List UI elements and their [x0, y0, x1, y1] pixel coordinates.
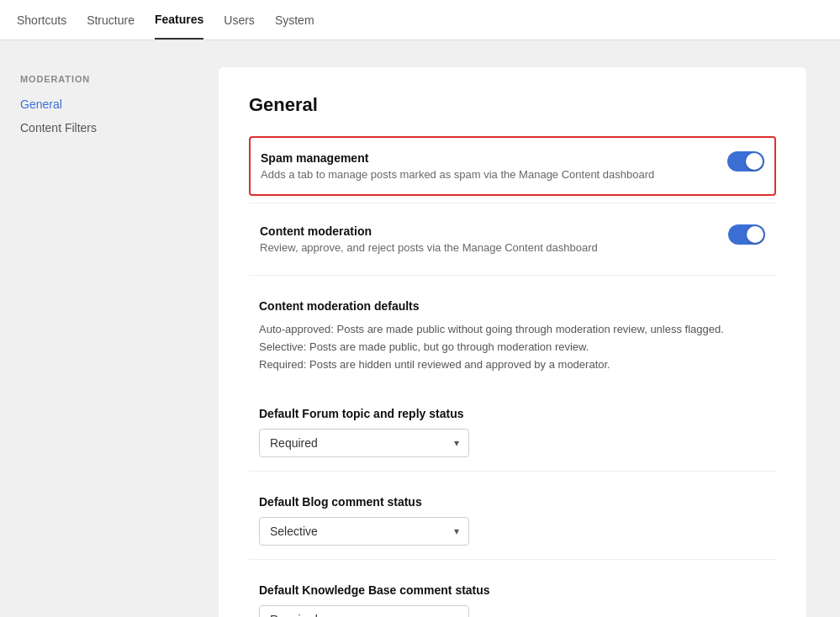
kb-status-select-wrapper: Auto-approved Selective Required	[259, 605, 469, 617]
spam-management-title: Spam management	[261, 151, 714, 165]
content-moderation-title: Content moderation	[260, 224, 715, 238]
moderation-defaults-title: Content moderation defaults	[259, 299, 766, 313]
nav-item-users[interactable]: Users	[224, 2, 255, 39]
divider-3	[249, 471, 776, 472]
top-nav: Shortcuts Structure Features Users Syste…	[0, 0, 840, 40]
toggle-thumb	[746, 153, 763, 170]
sidebar-item-general[interactable]: General	[20, 94, 165, 114]
blog-status-select-wrapper: Auto-approved Selective Required	[259, 517, 469, 546]
spam-management-desc: Adds a tab to manage posts marked as spa…	[261, 168, 714, 181]
nav-item-system[interactable]: System	[275, 2, 314, 39]
moderation-defaults-line-3: Required: Posts are hidden until reviewe…	[259, 356, 766, 374]
blog-status-select[interactable]: Auto-approved Selective Required	[259, 517, 469, 546]
content-moderation-text: Content moderation Review, approve, and …	[260, 224, 715, 254]
sidebar-section-moderation: Moderation	[20, 74, 165, 84]
spam-management-text: Spam management Adds a tab to manage pos…	[261, 151, 714, 181]
nav-item-shortcuts[interactable]: Shortcuts	[17, 2, 66, 39]
forum-status-block: Default Forum topic and reply status Aut…	[249, 390, 776, 464]
nav-item-structure[interactable]: Structure	[87, 2, 135, 39]
page-title: General	[249, 94, 776, 116]
toggle-thumb-2	[747, 226, 763, 243]
nav-item-features[interactable]: Features	[155, 1, 203, 40]
forum-status-select[interactable]: Auto-approved Selective Required	[259, 429, 469, 457]
forum-status-label: Default Forum topic and reply status	[259, 407, 766, 420]
main-layout: Moderation General Content Filters Gener…	[0, 40, 840, 617]
kb-status-select[interactable]: Auto-approved Selective Required	[259, 605, 469, 617]
spam-management-row: Spam management Adds a tab to manage pos…	[249, 136, 776, 196]
divider-2	[249, 275, 776, 276]
moderation-defaults-block: Content moderation defaults Auto-approve…	[249, 282, 776, 390]
main-content: General Spam management Adds a tab to ma…	[185, 40, 840, 617]
moderation-defaults-line-2: Selective: Posts are made public, but go…	[259, 339, 766, 356]
spam-management-toggle[interactable]	[727, 151, 764, 171]
blog-status-block: Default Blog comment status Auto-approve…	[249, 478, 776, 552]
kb-status-block: Default Knowledge Base comment status Au…	[249, 567, 776, 617]
content-card: General Spam management Adds a tab to ma…	[219, 67, 806, 617]
content-moderation-toggle[interactable]	[728, 224, 765, 245]
kb-status-label: Default Knowledge Base comment status	[259, 583, 766, 597]
content-moderation-row: Content moderation Review, approve, and …	[249, 210, 776, 268]
forum-status-select-wrapper: Auto-approved Selective Required	[259, 429, 469, 457]
content-moderation-desc: Review, approve, and reject posts via th…	[260, 241, 715, 254]
sidebar: Moderation General Content Filters	[0, 40, 185, 617]
moderation-defaults-line-1: Auto-approved: Posts are made public wit…	[259, 321, 766, 339]
sidebar-item-content-filters[interactable]: Content Filters	[20, 118, 165, 138]
divider-4	[249, 559, 776, 560]
divider-1	[249, 203, 776, 203]
blog-status-label: Default Blog comment status	[259, 495, 766, 509]
moderation-defaults-text: Auto-approved: Posts are made public wit…	[259, 321, 766, 373]
